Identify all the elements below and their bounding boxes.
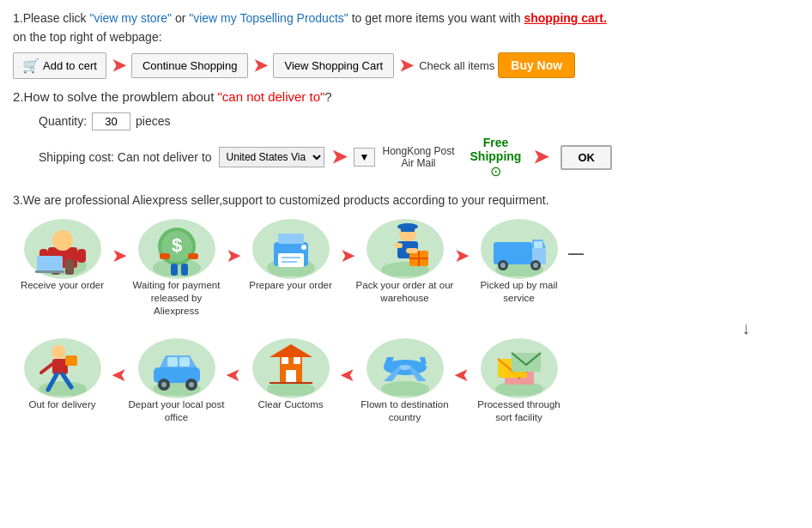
flow-item-sort: Processed through sort facility bbox=[470, 338, 568, 424]
svg-rect-64 bbox=[294, 357, 300, 364]
flow-item-plane: Flown to destination country bbox=[355, 338, 454, 424]
svg-rect-13 bbox=[171, 264, 178, 276]
svg-point-44 bbox=[52, 345, 65, 359]
sort-icon bbox=[481, 338, 558, 398]
view-my-store-link[interactable]: "view my store" bbox=[89, 11, 172, 25]
free-shipping-icon: ⊙ bbox=[490, 163, 501, 179]
section1: 1.Please click "view my store" or "view … bbox=[13, 9, 799, 79]
svg-rect-35 bbox=[494, 242, 532, 264]
arrow-icon-1: ➤ bbox=[112, 55, 126, 76]
flow-item-prepare: Prepare your order bbox=[241, 219, 340, 292]
svg-point-58 bbox=[189, 382, 194, 387]
flow-connector-r4: ➤ bbox=[454, 364, 470, 386]
shipping-row: Shipping cost: Can not deliver to United… bbox=[39, 136, 799, 179]
shopping-cart-link[interactable]: shopping cart. bbox=[524, 11, 606, 25]
quantity-row: Quantity: pieces bbox=[39, 112, 799, 130]
plane-icon bbox=[367, 338, 444, 398]
svg-point-56 bbox=[161, 382, 167, 387]
flow-connector-r3: ➤ bbox=[340, 364, 355, 386]
text-prefix: 1.Please click bbox=[13, 11, 89, 25]
flow-row2: Out for delivery ➤ bbox=[13, 338, 799, 424]
view-shopping-cart-button[interactable]: View Shopping Cart bbox=[273, 53, 394, 78]
section2-title: 2.How to solve the prowblem about "can n… bbox=[13, 89, 799, 104]
hk-line1: HongKong Post bbox=[382, 145, 454, 157]
arrow-icon-4: ➤ bbox=[331, 146, 347, 168]
ok-button[interactable]: OK bbox=[561, 145, 612, 170]
svg-point-41 bbox=[533, 263, 538, 268]
svg-rect-33 bbox=[406, 248, 418, 253]
svg-rect-6 bbox=[65, 259, 74, 275]
cart-flow: 🛒 Add to cert ➤ Continue Shopping ➤ View… bbox=[13, 52, 799, 79]
svg-rect-53 bbox=[167, 357, 178, 367]
section3: 3.We are professional Aliexpress seller,… bbox=[13, 193, 799, 424]
section3-title: 3.We are professional Aliexpress seller,… bbox=[13, 193, 799, 207]
flow-item-delivery: Out for delivery bbox=[13, 338, 112, 411]
payment-label: Waiting for payment released by Aliexpre… bbox=[127, 279, 226, 318]
depart-icon bbox=[138, 338, 215, 398]
flow-item-payment: $ Waiting for payment released by Aliexp… bbox=[127, 219, 226, 318]
svg-rect-63 bbox=[282, 357, 288, 364]
prepare-label: Prepare your order bbox=[249, 279, 332, 292]
free-shipping-label: FreeShipping bbox=[470, 136, 522, 163]
continue-shopping-button[interactable]: Continue Shopping bbox=[131, 53, 249, 78]
flow-connector-1: ➤ bbox=[112, 245, 127, 267]
hongkong-post-info: HongKong Post Air Mail bbox=[382, 145, 454, 169]
svg-rect-42 bbox=[534, 241, 542, 248]
svg-point-39 bbox=[500, 263, 506, 268]
receive-order-label: Receive your order bbox=[21, 279, 104, 292]
svg-rect-14 bbox=[181, 264, 188, 276]
flow-connector-4: ➤ bbox=[454, 245, 470, 267]
view-topselling-link[interactable]: "view my Topselling Products" bbox=[189, 11, 348, 25]
section1-intro: 1.Please click "view my store" or "view … bbox=[13, 9, 799, 27]
svg-rect-54 bbox=[179, 357, 190, 367]
svg-marker-52 bbox=[160, 355, 197, 367]
svg-rect-20 bbox=[278, 253, 304, 267]
country-select[interactable]: United States Via bbox=[219, 147, 324, 167]
check-all-items-label: Check all items bbox=[419, 59, 494, 72]
depart-label: Depart your local post office bbox=[127, 398, 226, 424]
svg-rect-46 bbox=[65, 355, 77, 366]
vertical-connector: ↓ bbox=[13, 319, 799, 337]
plane-label: Flown to destination country bbox=[355, 398, 454, 424]
flow-item-receive: Receive your order bbox=[13, 219, 112, 292]
svg-rect-21 bbox=[282, 257, 300, 258]
svg-rect-8 bbox=[35, 270, 64, 273]
svg-rect-22 bbox=[282, 261, 297, 263]
section2: 2.How to solve the prowblem about "can n… bbox=[13, 89, 799, 179]
svg-line-49 bbox=[41, 364, 52, 373]
svg-rect-7 bbox=[37, 256, 63, 271]
cart-icon: 🛒 bbox=[22, 58, 39, 74]
svg-point-2 bbox=[52, 230, 73, 251]
svg-rect-4 bbox=[77, 249, 86, 263]
quantity-label: Quantity: bbox=[39, 114, 87, 128]
svg-rect-16 bbox=[188, 253, 198, 259]
svg-rect-32 bbox=[394, 243, 403, 248]
dash-end: — bbox=[568, 219, 584, 263]
svg-rect-62 bbox=[286, 370, 296, 383]
add-to-cert-button[interactable]: 🛒 Add to cert bbox=[13, 52, 106, 79]
sort-facility-label: Processed through sort facility bbox=[470, 398, 568, 424]
pack-icon bbox=[367, 219, 444, 279]
flow-connector-2: ➤ bbox=[226, 245, 241, 267]
svg-point-23 bbox=[301, 245, 306, 250]
hk-line2: Air Mail bbox=[401, 157, 435, 169]
add-to-cert-label: Add to cert bbox=[43, 59, 97, 72]
buy-now-button[interactable]: Buy Now bbox=[498, 52, 575, 78]
pickup-label: Picked up by mail service bbox=[470, 279, 568, 305]
can-not-deliver-text: "can not deliver to" bbox=[217, 89, 324, 104]
svg-marker-61 bbox=[270, 344, 312, 357]
svg-point-43 bbox=[39, 381, 87, 396]
payment-icon: $ bbox=[138, 219, 215, 279]
pickup-icon bbox=[481, 219, 558, 279]
svg-rect-15 bbox=[160, 253, 170, 259]
arrow-icon-3: ➤ bbox=[399, 55, 414, 76]
arrow-icon-5: ➤ bbox=[533, 146, 548, 168]
printer-icon bbox=[252, 219, 330, 279]
arrow-icon-2: ➤ bbox=[253, 55, 268, 76]
flow-connector-r2: ➤ bbox=[226, 364, 241, 386]
flow-item-pack: Pack your order at our warehouse bbox=[355, 219, 454, 305]
receive-order-icon bbox=[24, 219, 101, 279]
delivery-label: Out for delivery bbox=[29, 398, 96, 411]
dropdown-button[interactable]: ▼ bbox=[354, 148, 376, 167]
quantity-input[interactable] bbox=[92, 112, 130, 130]
